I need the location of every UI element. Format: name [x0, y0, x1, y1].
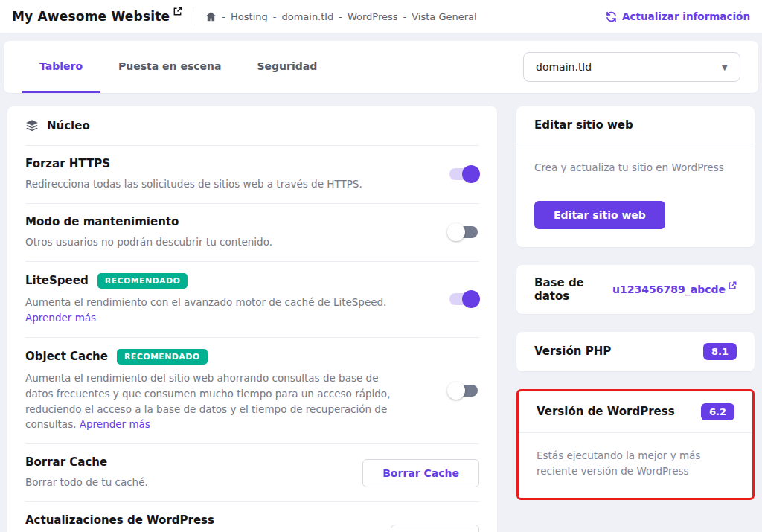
setting-text: Actualizaciones de WordPress Las actuali…: [25, 513, 391, 532]
clear-cache-button[interactable]: Borrar Cache: [362, 459, 479, 487]
wordpress-version-card: Versión de WordPress 6.2 Estás ejecutand…: [516, 389, 755, 500]
database-link-text: u123456789_abcde: [612, 283, 726, 295]
toggle-knob: [447, 223, 465, 241]
wordpress-version-badge: 6.2: [701, 403, 734, 420]
domain-select[interactable]: domain.tld ▼: [523, 52, 740, 82]
maintenance-mode-toggle[interactable]: [449, 226, 478, 238]
card-description: Crea y actualiza tu sitio en WordPress: [534, 160, 737, 176]
forzar-https-toggle[interactable]: [449, 168, 478, 180]
change-updates-button[interactable]: Cambiar: [391, 525, 479, 532]
breadcrumb-item-domain[interactable]: domain.tld: [281, 11, 333, 22]
core-card-title: Núcleo: [47, 119, 90, 132]
top-bar: My Awesome Website - Hosting - domain.tl…: [0, 0, 762, 33]
recommended-badge: RECOMENDADO: [97, 273, 188, 289]
card-body: Estás ejecutando la mejor y más reciente…: [519, 433, 752, 498]
refresh-label: Actualizar información: [622, 10, 750, 22]
setting-title: Borrar Cache: [25, 455, 107, 469]
setting-text: Forzar HTTPS Redirecciona todas las soli…: [25, 157, 362, 192]
setting-row-object-cache: Object Cache RECOMENDADO Aumenta el rend…: [25, 338, 479, 445]
card-header: Editar sitio web: [516, 106, 755, 144]
site-title: My Awesome Website: [12, 9, 170, 24]
chevron-down-icon: ▼: [722, 63, 728, 72]
setting-row-actualizaciones: Actualizaciones de WordPress Las actuali…: [25, 502, 479, 532]
litespeed-toggle[interactable]: [449, 293, 478, 305]
recommended-badge: RECOMENDADO: [117, 349, 208, 365]
setting-description: Aumenta el rendimiento con el avanzado m…: [25, 296, 386, 308]
setting-description: Redirecciona todas las solicitudes de si…: [25, 176, 362, 192]
card-description: Estás ejecutando la mejor y más reciente…: [537, 448, 734, 480]
setting-text: Modo de mantenimiento Otros usuarios no …: [25, 215, 272, 250]
setting-row-mantenimiento: Modo de mantenimiento Otros usuarios no …: [25, 204, 479, 262]
breadcrumb-separator: -: [403, 11, 407, 22]
refresh-icon: [606, 11, 617, 22]
layers-icon: [25, 119, 39, 132]
toggle-knob: [462, 165, 480, 183]
breadcrumb-item-wordpress[interactable]: WordPress: [348, 11, 398, 22]
domain-select-value: domain.tld: [536, 61, 592, 73]
card-title: Editar sitio web: [534, 118, 633, 132]
breadcrumb-separator: -: [273, 11, 277, 22]
breadcrumb: - Hosting - domain.tld - WordPress - Vis…: [205, 11, 476, 22]
setting-title: Actualizaciones de WordPress: [25, 513, 214, 527]
breadcrumb-separator: -: [339, 11, 342, 22]
edit-website-card: Editar sitio web Crea y actualiza tu sit…: [516, 106, 755, 247]
breadcrumb-item-hosting[interactable]: Hosting: [231, 11, 268, 22]
toggle-knob: [462, 290, 480, 308]
external-link-icon: [728, 281, 737, 290]
toggle-knob: [447, 382, 465, 400]
tab-puesta-en-escena[interactable]: Puesta en escena: [100, 41, 239, 93]
setting-title: Object Cache: [25, 350, 108, 363]
setting-title: LiteSpeed: [25, 274, 89, 287]
setting-title: Modo de mantenimiento: [25, 215, 179, 228]
tabs-bar: Tablero Puesta en escena Seguridad domai…: [4, 41, 758, 93]
php-version-badge: 8.1: [703, 343, 737, 360]
tab-seguridad[interactable]: Seguridad: [239, 41, 335, 93]
setting-description: Otros usuarios no podrán descubrir tu co…: [25, 234, 272, 250]
database-link[interactable]: u123456789_abcde: [612, 283, 737, 295]
learn-more-link[interactable]: Aprender más: [80, 418, 150, 430]
object-cache-toggle[interactable]: [449, 385, 478, 397]
card-header: Versión de WordPress 6.2: [519, 391, 752, 433]
setting-row-forzar-https: Forzar HTTPS Redirecciona todas las soli…: [25, 146, 479, 204]
card-title: Versión de WordPress: [537, 405, 675, 418]
database-card: Base de datos u123456789_abcde: [516, 265, 755, 314]
core-card: Núcleo Forzar HTTPS Redirecciona todas l…: [7, 106, 497, 532]
setting-row-litespeed: LiteSpeed RECOMENDADO Aumenta el rendimi…: [25, 262, 479, 338]
setting-text: Object Cache RECOMENDADO Aumenta el rend…: [25, 349, 401, 433]
learn-more-link[interactable]: Aprender más: [25, 312, 96, 324]
core-card-header: Núcleo: [25, 106, 479, 146]
refresh-info-button[interactable]: Actualizar información: [606, 10, 750, 22]
card-body: Crea y actualiza tu sitio en WordPress E…: [516, 144, 755, 247]
tab-tablero[interactable]: Tablero: [22, 41, 100, 93]
php-version-card: Versión PHP 8.1: [516, 332, 755, 371]
main-content: Núcleo Forzar HTTPS Redirecciona todas l…: [0, 93, 762, 532]
card-title: Base de datos: [534, 276, 612, 303]
edit-website-button[interactable]: Editar sitio web: [534, 201, 665, 229]
setting-row-borrar-cache: Borrar Cache Borrar todo de tu caché. Bo…: [25, 444, 479, 502]
home-icon[interactable]: [205, 11, 217, 22]
breadcrumb-item-vista-general[interactable]: Vista General: [412, 11, 476, 22]
setting-title: Forzar HTTPS: [25, 157, 110, 170]
sidebar-column: Editar sitio web Crea y actualiza tu sit…: [516, 106, 755, 500]
setting-text: LiteSpeed RECOMENDADO Aumenta el rendimi…: [25, 273, 401, 326]
setting-description: Borrar todo de tu caché.: [25, 475, 148, 490]
external-link-icon[interactable]: [173, 5, 182, 19]
divider: [193, 7, 193, 26]
breadcrumb-separator: -: [222, 11, 225, 22]
setting-text: Borrar Cache Borrar todo de tu caché.: [25, 455, 148, 490]
card-title: Versión PHP: [534, 344, 611, 358]
